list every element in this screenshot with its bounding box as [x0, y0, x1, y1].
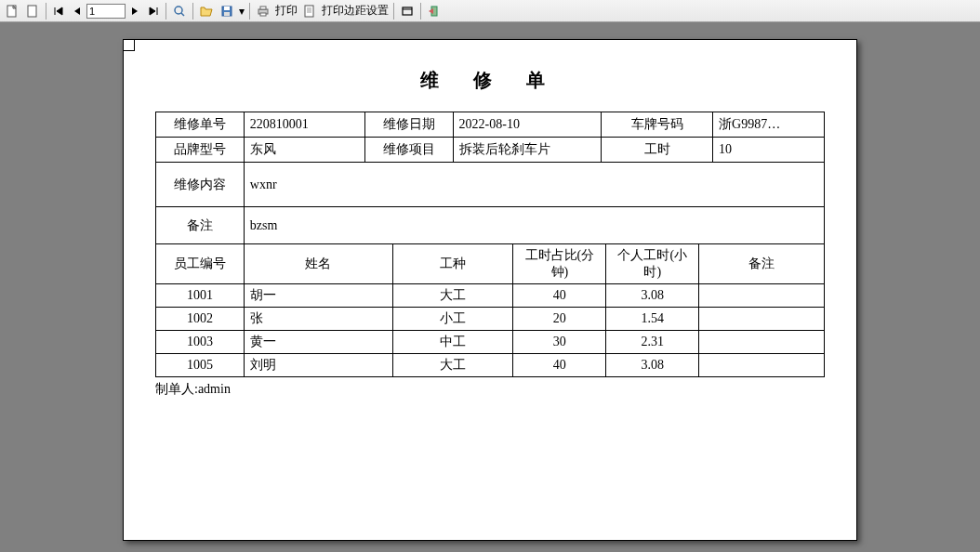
cell-ratio: 40	[513, 284, 606, 308]
separator	[166, 3, 166, 20]
cell-name: 胡一	[244, 284, 392, 308]
new-doc-icon[interactable]	[2, 2, 22, 20]
margin-settings-label[interactable]: 打印边距设置	[320, 3, 391, 19]
next-page-icon[interactable]	[126, 2, 144, 20]
open-folder-icon[interactable]	[196, 2, 217, 20]
cell-ratio: 40	[513, 354, 606, 377]
header-personal-hours: 个人工时(小时)	[606, 244, 699, 284]
value-remark: bzsm	[244, 207, 824, 244]
label-repair-date: 维修日期	[364, 112, 453, 138]
info-row: 维修内容 wxnr	[156, 163, 825, 207]
cell-remark	[699, 308, 825, 331]
cell-hours: 2.31	[606, 331, 699, 354]
label-order-no: 维修单号	[156, 112, 245, 138]
separator	[46, 3, 46, 20]
info-row: 备注 bzsm	[156, 207, 825, 244]
label-plate-no: 车牌号码	[602, 112, 713, 138]
cell-hours: 1.54	[606, 308, 699, 331]
table-row: 1005刘明 大工403.08	[156, 354, 825, 377]
header-ratio: 工时占比(分钟)	[513, 244, 606, 284]
svg-rect-14	[403, 7, 412, 15]
page-number-input[interactable]	[86, 4, 126, 19]
table-row: 1001胡一 大工403.08	[156, 284, 825, 308]
separator	[420, 3, 421, 20]
employee-table: 员工编号 姓名 工种 工时占比(分钟) 个人工时(小时) 备注 1001胡一 大…	[155, 243, 825, 377]
cell-hours: 3.08	[606, 284, 699, 308]
info-row: 品牌型号 东风 维修项目 拆装后轮刹车片 工时 10	[156, 138, 825, 163]
info-row: 维修单号 220810001 维修日期 2022-08-10 车牌号码 浙G99…	[156, 112, 825, 138]
prev-page-icon[interactable]	[68, 2, 86, 20]
cell-ratio: 30	[513, 331, 606, 354]
cell-remark	[699, 354, 825, 377]
footer-value: admin	[198, 382, 231, 396]
zoom-icon[interactable]	[169, 2, 190, 20]
first-page-icon[interactable]	[49, 2, 68, 20]
last-page-icon[interactable]	[144, 2, 163, 20]
value-repair-content: wxnr	[244, 163, 824, 207]
doc-icon[interactable]	[22, 2, 43, 20]
cell-name: 刘明	[244, 354, 392, 377]
cell-remark	[699, 284, 825, 308]
print-label[interactable]: 打印	[273, 3, 299, 19]
cell-no: 1005	[156, 354, 245, 377]
label-work-hours: 工时	[602, 138, 713, 163]
label-repair-content: 维修内容	[156, 163, 245, 207]
value-plate-no: 浙G9987…	[713, 112, 825, 138]
label-brand-model: 品牌型号	[156, 138, 245, 163]
value-repair-date: 2022-08-10	[453, 112, 602, 138]
cell-remark	[699, 331, 825, 354]
header-name: 姓名	[244, 244, 392, 284]
document-page: 维 修 单 维修单号 220810001 维修日期 2022-08-10 车牌号…	[123, 39, 857, 541]
svg-rect-9	[260, 13, 266, 16]
value-brand-model: 东风	[244, 138, 364, 163]
cell-no: 1001	[156, 284, 245, 308]
cell-name: 黄一	[244, 331, 392, 354]
header-emp-no: 员工编号	[156, 244, 245, 284]
exit-icon[interactable]	[424, 2, 444, 20]
table-row: 1002张小工201.54	[156, 308, 825, 331]
save-dropdown-icon[interactable]: ▾	[237, 5, 246, 18]
cell-job: 大工	[392, 284, 513, 308]
cell-hours: 3.08	[606, 354, 699, 377]
cell-job: 大工	[392, 354, 513, 377]
footer-label: 制单人:	[155, 382, 198, 396]
document-title: 维 修 单	[142, 68, 838, 93]
header-remark: 备注	[699, 244, 825, 284]
save-icon[interactable]	[217, 2, 237, 20]
separator	[393, 3, 394, 20]
footer: 制单人:admin	[155, 381, 825, 398]
page-corner-icon	[124, 40, 135, 51]
margin-settings-icon[interactable]	[299, 2, 320, 20]
svg-rect-6	[224, 12, 230, 16]
svg-line-3	[181, 13, 184, 16]
window-icon[interactable]	[397, 2, 417, 20]
cell-no: 1002	[156, 308, 245, 331]
preview-workspace: 维 修 单 维修单号 220810001 维修日期 2022-08-10 车牌号…	[0, 22, 980, 552]
emp-header-row: 员工编号 姓名 工种 工时占比(分钟) 个人工时(小时) 备注	[156, 244, 825, 284]
separator	[249, 3, 250, 20]
svg-rect-5	[224, 7, 230, 10]
cell-ratio: 20	[513, 308, 606, 331]
cell-job: 中工	[392, 331, 513, 354]
svg-rect-10	[305, 6, 313, 17]
toolbar: ▾ 打印 打印边距设置	[0, 0, 980, 22]
header-job-type: 工种	[392, 244, 513, 284]
svg-point-2	[175, 7, 182, 14]
cell-job: 小工	[392, 308, 513, 331]
print-button[interactable]	[253, 2, 273, 20]
separator	[192, 3, 193, 20]
cell-name: 张	[244, 308, 392, 331]
info-table: 维修单号 220810001 维修日期 2022-08-10 车牌号码 浙G99…	[155, 112, 825, 244]
value-repair-item: 拆装后轮刹车片	[453, 138, 602, 163]
svg-rect-1	[28, 6, 36, 17]
value-work-hours: 10	[713, 138, 825, 163]
label-repair-item: 维修项目	[364, 138, 453, 163]
cell-no: 1003	[156, 331, 245, 354]
label-remark: 备注	[156, 207, 245, 244]
table-row: 1003黄一 中工302.31	[156, 331, 825, 354]
svg-rect-8	[260, 7, 266, 9]
value-order-no: 220810001	[244, 112, 364, 138]
